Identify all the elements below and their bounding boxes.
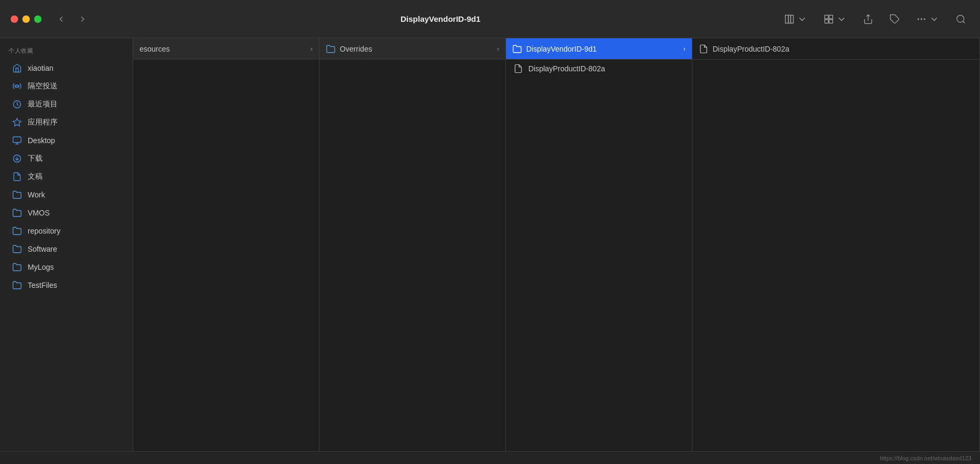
folder-icon <box>12 189 22 200</box>
svg-point-9 <box>921 19 922 20</box>
sidebar-item-apps[interactable]: 应用程序 <box>3 113 129 131</box>
column-title: Overrides <box>340 45 372 53</box>
svg-rect-6 <box>829 19 833 23</box>
column-overrides: Overrides › <box>320 38 506 451</box>
svg-point-14 <box>16 85 19 88</box>
svg-rect-3 <box>825 15 829 19</box>
sidebar-section-label: 个人收藏 <box>0 47 133 59</box>
folder-icon <box>12 280 22 291</box>
forward-button[interactable] <box>74 12 92 26</box>
column-title: DisplayProductID-802a <box>713 45 789 53</box>
status-bar: https://blog.csdn.net/wtxasdasd123 <box>0 451 980 464</box>
svg-marker-16 <box>13 119 21 126</box>
sidebar: 个人收藏 xiaotian 隔空投送 <box>0 38 133 451</box>
column-header-text: esources <box>140 45 170 53</box>
column-title: esources <box>140 45 170 53</box>
svg-point-11 <box>918 19 919 20</box>
column-resources: esources › <box>133 38 320 451</box>
sidebar-item-repository[interactable]: repository <box>3 222 129 240</box>
folder-icon <box>12 226 22 236</box>
sidebar-item-label: Desktop <box>28 136 55 145</box>
sidebar-item-downloads[interactable]: 下载 <box>3 150 129 168</box>
sidebar-item-label: repository <box>28 227 60 235</box>
search-button[interactable] <box>952 12 969 27</box>
grid-view-button[interactable] <box>820 12 850 27</box>
document-icon <box>12 171 22 182</box>
main-content: 个人收藏 xiaotian 隔空投送 <box>0 38 980 451</box>
home-icon <box>12 63 22 73</box>
sidebar-item-work[interactable]: Work <box>3 186 129 204</box>
sidebar-item-label: MyLogs <box>28 263 54 271</box>
column-content <box>692 60 979 451</box>
desktop-icon <box>12 135 22 146</box>
chevron-right-icon: › <box>497 45 499 53</box>
column-content <box>133 60 319 451</box>
column-displayvendorid: DisplayVendorID-9d1 › DisplayProductID-8… <box>506 38 692 451</box>
file-browser: esources › Overrides › <box>133 38 980 451</box>
sidebar-item-label: 文稿 <box>28 172 43 181</box>
file-item-name: DisplayProductID-802a <box>528 64 605 73</box>
svg-line-13 <box>963 21 965 23</box>
airdrop-icon <box>12 81 22 92</box>
column-content: DisplayProductID-802a <box>506 60 692 451</box>
sidebar-item-recents[interactable]: 最近项目 <box>3 95 129 113</box>
svg-rect-0 <box>786 15 789 23</box>
column-header-displayvendorid[interactable]: DisplayVendorID-9d1 › <box>506 38 692 60</box>
navigation-buttons <box>52 12 92 26</box>
more-options-button[interactable] <box>913 12 943 27</box>
sidebar-item-mylogs[interactable]: MyLogs <box>3 258 129 276</box>
sidebar-item-desktop[interactable]: Desktop <box>3 131 129 150</box>
svg-point-10 <box>924 19 925 20</box>
svg-rect-4 <box>829 15 833 19</box>
file-item-displayproductid[interactable]: DisplayProductID-802a <box>506 60 692 78</box>
title-bar: DisplayVendorID-9d1 <box>0 0 980 38</box>
sidebar-item-label: 应用程序 <box>28 118 58 127</box>
svg-rect-5 <box>825 19 829 23</box>
sidebar-item-label: VMOS <box>28 209 50 217</box>
toolbar-right <box>781 12 969 27</box>
column-header-text: DisplayProductID-802a <box>699 44 789 54</box>
back-button[interactable] <box>52 12 70 26</box>
column-header-text: Overrides <box>326 44 372 54</box>
apps-icon <box>12 117 22 128</box>
column-header-overrides[interactable]: Overrides › <box>320 38 505 60</box>
sidebar-item-software[interactable]: Software <box>3 240 129 258</box>
sidebar-item-label: Software <box>28 245 57 253</box>
column-title: DisplayVendorID-9d1 <box>526 45 597 53</box>
column-displayproductid: DisplayProductID-802a <box>692 38 980 451</box>
svg-rect-17 <box>13 137 21 143</box>
download-icon <box>12 153 22 164</box>
svg-rect-2 <box>791 15 794 23</box>
sidebar-item-label: TestFiles <box>28 281 57 289</box>
sidebar-item-xiaotian[interactable]: xiaotian <box>3 59 129 77</box>
minimize-button[interactable] <box>22 15 30 23</box>
column-content <box>320 60 505 451</box>
folder-icon <box>12 208 22 218</box>
status-url: https://blog.csdn.net/wtxasdasd123 <box>880 455 971 461</box>
traffic-lights <box>11 15 42 23</box>
chevron-right-icon: › <box>311 45 313 53</box>
tag-button[interactable] <box>886 12 903 27</box>
sidebar-item-label: xiaotian <box>28 64 53 72</box>
sidebar-item-label: 下载 <box>28 154 43 163</box>
sidebar-item-label: Work <box>28 190 45 199</box>
sidebar-item-testfiles[interactable]: TestFiles <box>3 276 129 294</box>
view-toggle-button[interactable] <box>781 12 811 27</box>
svg-point-12 <box>957 15 964 22</box>
maximize-button[interactable] <box>34 15 42 23</box>
sidebar-item-label: 最近项目 <box>28 100 58 109</box>
chevron-right-icon: › <box>683 45 685 53</box>
column-header-text: DisplayVendorID-9d1 <box>512 44 597 54</box>
folder-icon <box>12 244 22 254</box>
window-title: DisplayVendorID-9d1 <box>100 14 781 23</box>
clock-icon <box>12 99 22 110</box>
sidebar-item-vmos[interactable]: VMOS <box>3 204 129 222</box>
folder-icon <box>12 262 22 272</box>
sidebar-item-label: 隔空投送 <box>28 81 58 91</box>
sidebar-item-documents[interactable]: 文稿 <box>3 168 129 186</box>
column-header-resources[interactable]: esources › <box>133 38 319 60</box>
column-header-displayproductid: DisplayProductID-802a <box>692 38 979 60</box>
share-button[interactable] <box>860 12 877 27</box>
close-button[interactable] <box>11 15 18 23</box>
sidebar-item-airdrop[interactable]: 隔空投送 <box>3 77 129 95</box>
